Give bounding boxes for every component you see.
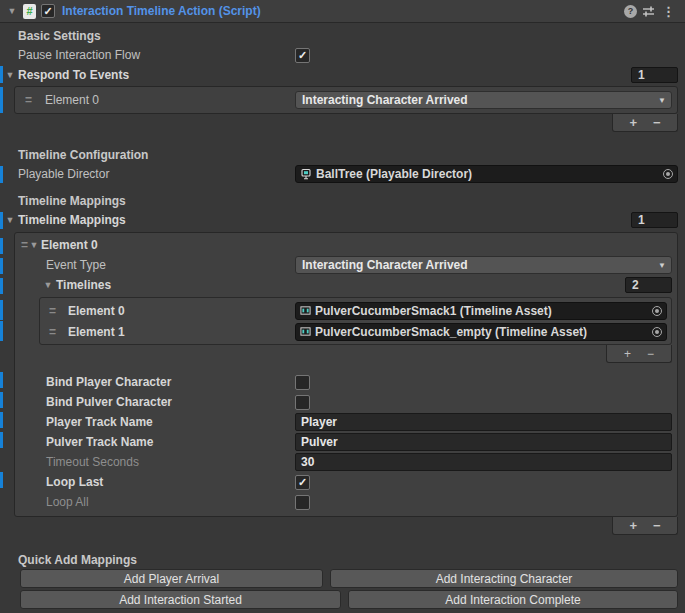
respond-to-events-label[interactable]: Respond To Events [0, 68, 129, 82]
respond-to-events-list: = Element 0 Interacting Character Arrive… [14, 86, 678, 114]
timeline-element-0-label: Element 0 [68, 304, 125, 318]
mapping-element-row: = ▼ Element 0 [15, 235, 677, 255]
pause-interaction-flow-label: Pause Interaction Flow [0, 48, 140, 62]
override-indicator [0, 238, 3, 254]
override-indicator [0, 212, 3, 229]
add-element-button[interactable]: + [624, 347, 631, 361]
timeline-asset-1-object-field[interactable]: PulverCucumberSmack_empty (Timeline Asse… [295, 323, 667, 341]
unity-inspector-panel: ▼ # ✓ Interaction Timeline Action (Scrip… [0, 0, 685, 613]
timeline-mappings-size-field[interactable]: 1 [631, 212, 678, 228]
override-indicator [0, 300, 3, 320]
player-track-name-row: Player Track Name Player [15, 412, 677, 432]
presets-icon[interactable] [642, 5, 655, 18]
timeline-mappings-foldout-row: ▼ Timeline Mappings 1 [0, 210, 685, 230]
pause-interaction-flow-row: Pause Interaction Flow ✓ [0, 45, 685, 65]
loop-all-label: Loop All [15, 495, 89, 509]
bind-player-character-checkbox[interactable]: ✓ [295, 375, 310, 390]
respond-to-events-list-controls: + − [612, 114, 678, 132]
override-indicator [0, 372, 3, 388]
respond-to-events-foldout-icon[interactable]: ▼ [4, 70, 16, 80]
timeline-element-1-label: Element 1 [68, 325, 125, 339]
drag-handle-icon[interactable]: = [49, 325, 55, 339]
timeout-seconds-row: Timeout Seconds 30 [15, 452, 677, 472]
timelines-list-controls: + − [606, 345, 672, 363]
object-picker-icon[interactable] [652, 327, 662, 337]
timelines-label[interactable]: Timelines [56, 278, 111, 292]
drag-handle-icon[interactable]: = [25, 93, 31, 107]
object-picker-icon[interactable] [652, 306, 662, 316]
playable-director-object-field[interactable]: BallTree (Playable Director) [295, 165, 678, 183]
remove-element-button[interactable]: − [647, 347, 654, 361]
timeline-configuration-header-row: Timeline Configuration [0, 146, 685, 164]
respond-to-events-size-field[interactable]: 1 [631, 67, 678, 83]
override-indicator [0, 412, 3, 428]
timeline-element-row: = Element 1 PulverCucumberSmack_empty (T… [40, 321, 671, 342]
bind-pulver-character-label: Bind Pulver Character [15, 395, 172, 409]
timeout-seconds-label: Timeout Seconds [15, 455, 139, 469]
override-indicator [0, 66, 3, 83]
add-interacting-character-button[interactable]: Add Interacting Character [330, 569, 678, 588]
timeline-mappings-list: = ▼ Element 0 Event Type Interacting Cha… [14, 232, 678, 517]
script-icon: # [23, 4, 36, 19]
pulver-track-name-input[interactable]: Pulver [295, 433, 672, 451]
pause-interaction-flow-checkbox[interactable]: ✓ [295, 48, 310, 63]
drag-handle-icon[interactable]: = [49, 304, 55, 318]
timeline-mappings-list-controls: + − [612, 517, 678, 535]
timeline-asset-1-value: PulverCucumberSmack_empty (Timeline Asse… [315, 325, 587, 339]
respond-element-dropdown[interactable]: Interacting Character Arrived ▼ [295, 91, 672, 109]
loop-last-label: Loop Last [15, 475, 103, 489]
playable-director-value: BallTree (Playable Director) [316, 167, 472, 181]
playable-director-row: Playable Director BallTree (Playable Dir… [0, 164, 685, 184]
event-type-label: Event Type [15, 258, 106, 272]
add-interaction-complete-button[interactable]: Add Interaction Complete [348, 590, 678, 609]
playable-director-icon [300, 168, 312, 180]
override-indicator [0, 166, 3, 183]
event-type-dropdown[interactable]: Interacting Character Arrived ▼ [295, 256, 672, 274]
player-track-name-input[interactable]: Player [295, 413, 672, 431]
quick-add-row-1: Add Player Arrival Add Interacting Chara… [20, 569, 678, 588]
bind-pulver-character-row: Bind Pulver Character ✓ [15, 392, 677, 412]
mapping-element-label[interactable]: Element 0 [41, 238, 98, 252]
timeline-mappings-foldout-icon[interactable]: ▼ [4, 215, 16, 225]
timelines-foldout-row: ▼ Timelines 2 [15, 275, 677, 295]
loop-last-checkbox[interactable]: ✓ [295, 475, 310, 490]
override-indicator [0, 321, 3, 341]
player-track-name-label: Player Track Name [15, 415, 153, 429]
kebab-menu-icon[interactable]: ⋮ [660, 4, 677, 19]
component-enabled-checkbox[interactable]: ✓ [41, 4, 55, 18]
timelines-foldout-icon[interactable]: ▼ [42, 280, 54, 290]
basic-settings-header-row: Basic Settings [0, 27, 685, 45]
timeline-asset-0-object-field[interactable]: PulverCucumberSmack1 (Timeline Asset) [295, 302, 667, 320]
remove-element-button[interactable]: − [653, 519, 661, 532]
loop-last-row: Loop Last ✓ [15, 472, 677, 492]
quick-add-mappings-header-row: Quick Add Mappings [0, 551, 685, 569]
loop-all-checkbox[interactable]: ✓ [295, 495, 310, 510]
timeline-mappings-label[interactable]: Timeline Mappings [0, 213, 126, 227]
add-element-button[interactable]: + [629, 116, 637, 129]
respond-to-events-row: ▼ Respond To Events 1 [0, 65, 685, 85]
override-indicator [0, 87, 3, 113]
add-interaction-started-button[interactable]: Add Interaction Started [20, 590, 341, 609]
timeline-configuration-header: Timeline Configuration [0, 148, 148, 162]
bind-pulver-character-checkbox[interactable]: ✓ [295, 395, 310, 410]
override-indicator [0, 432, 3, 448]
quick-add-mappings-header: Quick Add Mappings [0, 553, 137, 567]
object-picker-icon[interactable] [663, 169, 673, 179]
add-player-arrival-button[interactable]: Add Player Arrival [20, 569, 323, 588]
playable-director-label: Playable Director [0, 167, 109, 181]
timelines-size-field[interactable]: 2 [625, 277, 672, 293]
timeline-mappings-header: Timeline Mappings [0, 194, 126, 208]
help-icon[interactable]: ? [624, 5, 637, 18]
component-foldout-icon[interactable]: ▼ [6, 6, 18, 16]
remove-element-button[interactable]: − [653, 116, 661, 129]
bind-player-character-row: Bind Player Character ✓ [15, 372, 677, 392]
timeline-asset-icon [300, 305, 311, 316]
chevron-down-icon: ▼ [658, 261, 666, 270]
override-indicator [0, 392, 3, 408]
pulver-track-name-label: Pulver Track Name [15, 435, 153, 449]
add-element-button[interactable]: + [629, 519, 637, 532]
mapping-element-foldout-icon[interactable]: ▼ [27, 240, 41, 250]
timeout-seconds-input[interactable]: 30 [295, 453, 672, 471]
quick-add-row-2: Add Interaction Started Add Interaction … [20, 590, 678, 609]
timelines-list: = Element 0 PulverCucumberSmack1 (Timeli… [39, 297, 672, 345]
